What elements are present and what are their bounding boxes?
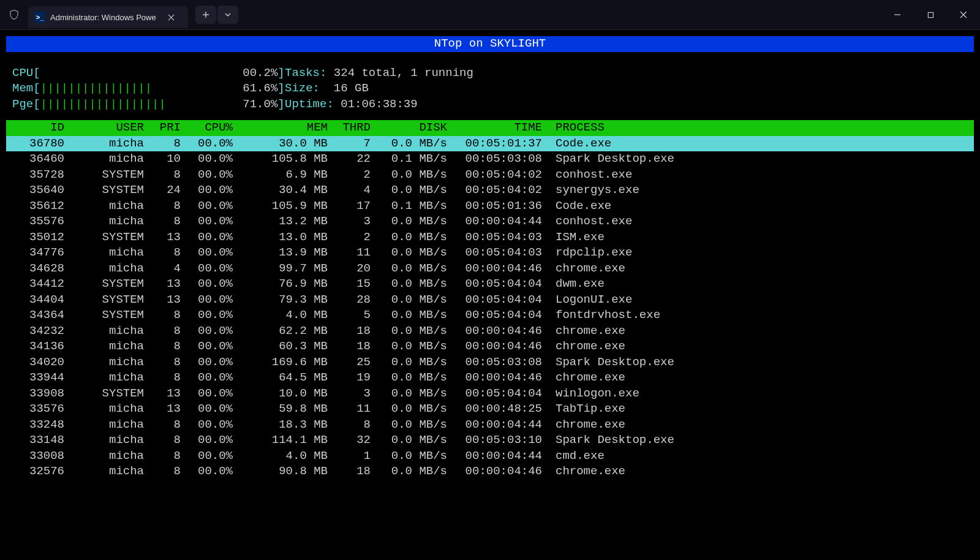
col-thrd[interactable]: THRD — [328, 120, 371, 136]
cell-cpu: 00.0% — [181, 151, 233, 167]
tasks-label: Tasks: — [285, 66, 326, 80]
cell-disk: 0.0 MB/s — [371, 386, 447, 402]
cell-pri: 13 — [144, 276, 181, 292]
cell-time: 00:00:04:46 — [447, 370, 542, 386]
cell-disk: 0.1 MB/s — [371, 151, 447, 167]
table-row[interactable]: 34628micha400.0%99.7 MB200.0 MB/s00:00:0… — [6, 261, 974, 277]
table-row[interactable]: 34412SYSTEM1300.0%76.9 MB150.0 MB/s00:05… — [6, 276, 974, 292]
cell-time: 00:00:04:44 — [447, 214, 542, 230]
cell-process: winlogon.exe — [542, 386, 974, 402]
cell-thrd: 18 — [328, 464, 371, 480]
cell-cpu: 00.0% — [181, 386, 233, 402]
cell-user: SYSTEM — [64, 230, 144, 246]
table-row[interactable]: 32576micha800.0%90.8 MB180.0 MB/s00:00:0… — [6, 464, 974, 480]
cell-disk: 0.0 MB/s — [371, 167, 447, 183]
cell-time: 00:05:04:04 — [447, 292, 542, 308]
cell-user: SYSTEM — [64, 308, 144, 324]
process-table-header[interactable]: ID USER PRI CPU% MEM THRD DISK TIME PROC… — [6, 120, 974, 136]
table-row[interactable]: 33908SYSTEM1300.0%10.0 MB30.0 MB/s00:05:… — [6, 386, 974, 402]
pge-meter-bars: |||||||||||||||||| — [40, 97, 166, 111]
cell-user: micha — [64, 448, 144, 464]
col-mem[interactable]: MEM — [233, 120, 328, 136]
table-row[interactable]: 34364SYSTEM800.0%4.0 MB50.0 MB/s00:05:04… — [6, 308, 974, 324]
cell-thrd: 1 — [328, 448, 371, 464]
cell-pri: 8 — [144, 339, 181, 355]
cell-mem: 105.9 MB — [233, 199, 328, 214]
cell-id: 33576 — [6, 401, 64, 417]
table-row[interactable]: 35640SYSTEM2400.0%30.4 MB40.0 MB/s00:05:… — [6, 183, 974, 199]
cell-pri: 8 — [144, 245, 181, 261]
cell-time: 00:00:04:46 — [447, 324, 542, 339]
table-row[interactable]: 34404SYSTEM1300.0%79.3 MB280.0 MB/s00:05… — [6, 292, 974, 308]
cell-process: fontdrvhost.exe — [542, 308, 974, 324]
cell-cpu: 00.0% — [181, 339, 233, 355]
cell-user: micha — [64, 324, 144, 339]
table-row[interactable]: 34136micha800.0%60.3 MB180.0 MB/s00:00:0… — [6, 339, 974, 355]
cell-id: 34404 — [6, 292, 64, 308]
table-row[interactable]: 34232micha800.0%62.2 MB180.0 MB/s00:00:0… — [6, 324, 974, 339]
col-id[interactable]: ID — [6, 120, 64, 136]
col-process[interactable]: PROCESS — [542, 120, 974, 136]
minimize-button[interactable] — [881, 0, 914, 29]
cell-disk: 0.0 MB/s — [371, 136, 447, 152]
cell-user: SYSTEM — [64, 292, 144, 308]
cell-mem: 4.0 MB — [233, 308, 328, 324]
col-pri[interactable]: PRI — [144, 120, 181, 136]
cell-disk: 0.1 MB/s — [371, 199, 447, 214]
cell-id: 36460 — [6, 151, 64, 167]
cell-user: micha — [64, 136, 144, 152]
table-row[interactable]: 33008micha800.0%4.0 MB10.0 MB/s00:00:04:… — [6, 448, 974, 464]
table-row[interactable]: 34776micha800.0%13.9 MB110.0 MB/s00:05:0… — [6, 245, 974, 261]
cell-pri: 8 — [144, 433, 181, 448]
cell-time: 00:00:04:44 — [447, 448, 542, 464]
col-cpu[interactable]: CPU% — [181, 120, 233, 136]
table-row[interactable]: 35728SYSTEM800.0%6.9 MB20.0 MB/s00:05:04… — [6, 167, 974, 183]
cell-id: 34364 — [6, 308, 64, 324]
cell-user: SYSTEM — [64, 386, 144, 402]
tasks-value: 324 total, 1 running — [334, 66, 473, 80]
table-row[interactable]: 35576micha800.0%13.2 MB30.0 MB/s00:00:04… — [6, 214, 974, 230]
tab-powershell[interactable]: >_ Administrator: Windows Powe — [28, 6, 188, 28]
cell-mem: 169.6 MB — [233, 355, 328, 371]
table-row[interactable]: 33576micha1300.0%59.8 MB110.0 MB/s00:00:… — [6, 401, 974, 417]
table-row[interactable]: 33248micha800.0%18.3 MB80.0 MB/s00:00:04… — [6, 417, 974, 433]
cell-mem: 99.7 MB — [233, 261, 328, 277]
cell-id: 34136 — [6, 339, 64, 355]
maximize-button[interactable] — [914, 0, 947, 29]
pge-meter-label: Pge — [12, 97, 33, 111]
table-row[interactable]: 35612micha800.0%105.9 MB170.1 MB/s00:05:… — [6, 199, 974, 214]
cell-disk: 0.0 MB/s — [371, 339, 447, 355]
col-user[interactable]: USER — [64, 120, 144, 136]
svg-rect-5 — [928, 12, 933, 17]
table-row[interactable]: 35012SYSTEM1300.0%13.0 MB20.0 MB/s00:05:… — [6, 230, 974, 246]
cpu-meter-label: CPU — [12, 66, 33, 80]
table-row[interactable]: 33944micha800.0%64.5 MB190.0 MB/s00:00:0… — [6, 370, 974, 386]
cell-mem: 13.0 MB — [233, 230, 328, 246]
cell-disk: 0.0 MB/s — [371, 230, 447, 246]
terminal-viewport[interactable]: NTop on SKYLIGHT CPU[ 00.2%] Tasks: 324 … — [6, 36, 974, 480]
tab-dropdown-button[interactable] — [217, 6, 238, 24]
cell-mem: 79.3 MB — [233, 292, 328, 308]
tab-close-button[interactable] — [161, 7, 182, 28]
new-tab-button[interactable] — [195, 6, 216, 24]
col-disk[interactable]: DISK — [371, 120, 447, 136]
table-row[interactable]: 34020micha800.0%169.6 MB250.0 MB/s00:05:… — [6, 355, 974, 371]
cell-pri: 10 — [144, 151, 181, 167]
cell-cpu: 00.0% — [181, 292, 233, 308]
cell-time: 00:00:04:44 — [447, 417, 542, 433]
table-row[interactable]: 36780micha800.0%30.0 MB70.0 MB/s00:05:01… — [6, 136, 974, 152]
cell-user: micha — [64, 401, 144, 417]
cell-process: chrome.exe — [542, 339, 974, 355]
cell-process: Code.exe — [542, 136, 974, 152]
table-row[interactable]: 36460micha1000.0%105.8 MB220.1 MB/s00:05… — [6, 151, 974, 167]
cell-thrd: 5 — [328, 308, 371, 324]
cell-disk: 0.0 MB/s — [371, 370, 447, 386]
col-time[interactable]: TIME — [447, 120, 542, 136]
cell-time: 00:05:04:03 — [447, 245, 542, 261]
shield-icon-button[interactable] — [0, 0, 28, 29]
window-close-button[interactable] — [947, 0, 980, 29]
mem-meter-bars: |||||||||||||||| — [40, 81, 152, 95]
table-row[interactable]: 33148micha800.0%114.1 MB320.0 MB/s00:05:… — [6, 433, 974, 448]
cell-mem: 90.8 MB — [233, 464, 328, 480]
cell-user: micha — [64, 464, 144, 480]
